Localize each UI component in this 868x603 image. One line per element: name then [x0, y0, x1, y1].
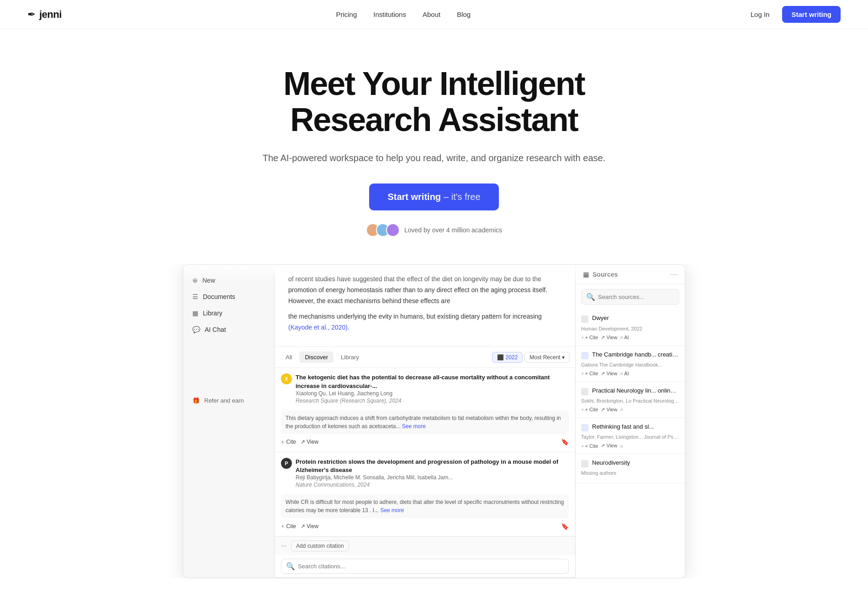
- source-journal-2: Nature Communications, 2024: [296, 482, 569, 488]
- login-button[interactable]: Log In: [745, 7, 775, 22]
- sidebar-item-refer[interactable]: 🎁 Refer and earn: [183, 393, 274, 409]
- recent-badge[interactable]: Most Recent ▾: [524, 352, 570, 363]
- citations-bar: ⋯ Add custom citation: [275, 536, 575, 555]
- library-icon: ▦: [192, 309, 198, 317]
- search-citations-field[interactable]: 🔍: [281, 559, 569, 574]
- discover-panel: All Discover Library ⬛ 2022 Most Recent …: [275, 347, 575, 578]
- nav-actions: Log In Start writing: [745, 6, 841, 23]
- sidebar-label-new: New: [202, 277, 215, 284]
- refer-icon: 🎁: [192, 397, 200, 404]
- hero-title: Meet Your Intelligent Research Assistant: [247, 66, 621, 138]
- avatar-group: [366, 223, 400, 237]
- se-ai-btn-3[interactable]: ○: [620, 406, 623, 413]
- sidebar-label-ai-chat: AI Chat: [205, 326, 226, 333]
- source-entry-4: Rethinking fast and sl... Taylor, Farmer…: [576, 418, 685, 454]
- logo-text: jenni: [39, 9, 62, 21]
- search-citations-icon: 🔍: [286, 562, 295, 571]
- se-cite-btn-4[interactable]: + + Cite: [581, 443, 598, 449]
- se-view-btn-2[interactable]: ↗ View: [601, 370, 617, 377]
- se-cite-btn-2[interactable]: + + Cite: [581, 370, 598, 377]
- sidebar-item-documents[interactable]: ☰ Documents: [183, 288, 274, 305]
- se-ai-btn-4[interactable]: ○: [620, 443, 623, 449]
- source-card-1: X The ketogenic diet has the potential t…: [275, 368, 575, 452]
- cite-btn-2[interactable]: + Cite: [281, 522, 296, 530]
- nav-link-pricing[interactable]: Pricing: [336, 10, 357, 18]
- loading-icon: ⋯: [281, 543, 286, 549]
- collapse-sources-button[interactable]: —: [670, 270, 677, 278]
- discover-tabs: All Discover Library ⬛ 2022 Most Recent …: [275, 347, 575, 368]
- sidebar: ⊕ New ☰ Documents ▦ Library 💬 AI Chat 🎁 …: [183, 265, 275, 578]
- nav-link-institutions[interactable]: Institutions: [373, 10, 406, 18]
- sources-list: Dwyer Human Development, 2022 + + Cite ↗…: [576, 309, 685, 578]
- add-custom-citation-button[interactable]: Add custom citation: [291, 540, 349, 551]
- year-badge[interactable]: ⬛ 2022: [492, 352, 523, 363]
- social-proof-text: Loved by over 4 million academics: [404, 226, 502, 234]
- source-avatar-1: X: [281, 373, 292, 384]
- cite-link-kayode[interactable]: (Kayode et al., 2020).: [288, 324, 349, 331]
- see-more-1[interactable]: See more: [402, 423, 426, 430]
- sources-search-input[interactable]: [598, 294, 674, 300]
- se-view-btn-4[interactable]: ↗ View: [601, 442, 617, 449]
- source-entry-meta-1: Human Development, 2022: [581, 326, 679, 331]
- source-entry-actions-4: + + Cite ↗ View ○: [581, 442, 679, 449]
- sources-header-label: Sources: [593, 271, 618, 278]
- source-card-2: P Protein restriction slows the developm…: [275, 452, 575, 536]
- se-cite-btn-3[interactable]: + + Cite: [581, 406, 598, 413]
- se-ai-btn-1[interactable]: ○ AI: [620, 334, 629, 341]
- sidebar-item-library[interactable]: ▦ Library: [183, 305, 274, 321]
- avatar-3: [386, 223, 400, 237]
- source-entry-5: Neurodiversity Missing authors: [576, 454, 685, 483]
- discover-tab-discover[interactable]: Discover: [299, 351, 333, 363]
- se-view-btn-1[interactable]: ↗ View: [601, 334, 617, 341]
- discover-tab-library[interactable]: Library: [335, 351, 365, 363]
- source-journal-1: Research Square (Research Square), 2024: [296, 398, 569, 404]
- source-entry-meta-3: Sokhi, Brockington, Lo Practical Neurolo…: [581, 398, 679, 404]
- bookmark-icon-2[interactable]: 🔖: [561, 523, 569, 530]
- hero-cta-label: Start writing: [387, 192, 441, 202]
- start-writing-button[interactable]: Start writing: [782, 6, 841, 23]
- nav-link-blog[interactable]: Blog: [457, 10, 471, 18]
- search-citations-input[interactable]: [298, 563, 564, 570]
- logo[interactable]: ✒ jenni: [27, 9, 62, 21]
- hero-subtitle: The AI-powered workspace to help you rea…: [247, 151, 621, 165]
- bookmark-icon-1[interactable]: 🔖: [561, 438, 569, 446]
- sidebar-label-refer: Refer and earn: [204, 397, 244, 404]
- se-cite-btn-1[interactable]: + + Cite: [581, 334, 598, 341]
- app-preview-section: ⊕ New ☰ Documents ▦ Library 💬 AI Chat 🎁 …: [0, 264, 868, 578]
- view-btn-1[interactable]: ↗ View: [301, 438, 318, 446]
- source-entry-1: Dwyer Human Development, 2022 + + Cite ↗…: [576, 309, 685, 346]
- source-entry-actions-1: + + Cite ↗ View ○ AI: [581, 334, 679, 341]
- sources-search-icon: 🔍: [586, 293, 595, 301]
- sidebar-item-ai-chat[interactable]: 💬 AI Chat: [183, 321, 274, 338]
- source-avatar-2: P: [281, 458, 292, 469]
- cite-btn-1[interactable]: + Cite: [281, 438, 296, 446]
- ai-chat-icon: 💬: [192, 326, 200, 333]
- source-entry-2: The Cambridge handb... creativity Gabora…: [576, 346, 685, 382]
- sidebar-item-new[interactable]: ⊕ New: [183, 272, 274, 288]
- sidebar-label-documents: Documents: [203, 293, 235, 300]
- source-actions-1: + Cite ↗ View 🔖: [281, 438, 569, 446]
- search-citations-row: 🔍: [275, 555, 575, 577]
- editor-para-1: of recent studies have suggested that th…: [288, 274, 561, 306]
- source-entry-meta-5: Missing authors: [581, 470, 679, 476]
- new-icon: ⊕: [192, 277, 198, 284]
- hero-section: Meet Your Intelligent Research Assistant…: [0, 29, 868, 264]
- editor-content: of recent studies have suggested that th…: [275, 265, 575, 347]
- nav-links: Pricing Institutions About Blog: [336, 10, 471, 18]
- se-ai-btn-2[interactable]: ○ AI: [620, 370, 629, 377]
- source-title-1: The ketogenic diet has the potential to …: [296, 373, 569, 390]
- source-actions-2: + Cite ↗ View 🔖: [281, 522, 569, 530]
- source-entry-title-4: Rethinking fast and sl...: [592, 423, 654, 431]
- source-entry-icon-2: [581, 352, 588, 359]
- source-entry-icon-5: [581, 460, 588, 467]
- sources-search-bar[interactable]: 🔍: [581, 289, 679, 305]
- documents-icon: ☰: [192, 293, 198, 300]
- discover-tab-all[interactable]: All: [280, 351, 297, 363]
- see-more-2[interactable]: See more: [380, 507, 404, 514]
- source-entry-icon-1: [581, 315, 588, 323]
- nav-link-about[interactable]: About: [423, 10, 440, 18]
- view-btn-2[interactable]: ↗ View: [301, 522, 318, 530]
- source-entry-title-2: The Cambridge handb... creativity: [592, 351, 679, 359]
- se-view-btn-3[interactable]: ↗ View: [601, 406, 617, 413]
- hero-cta-button[interactable]: Start writing – it's free: [369, 184, 498, 210]
